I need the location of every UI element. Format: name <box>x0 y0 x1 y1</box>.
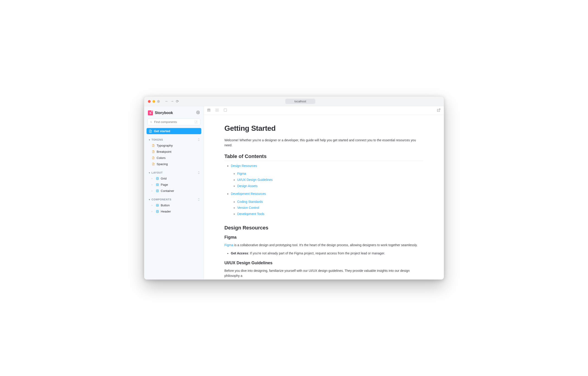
svg-rect-44 <box>224 109 227 112</box>
sidebar: S Storybook / Get started <box>144 106 204 279</box>
svg-point-40 <box>218 110 219 110</box>
guidelines-text: Before you dive into designing, familiar… <box>224 268 423 278</box>
figma-access-label: Get Access <box>231 251 248 255</box>
toc-link-assets[interactable]: Design Assets <box>237 184 258 188</box>
document-icon <box>149 130 152 133</box>
document-icon <box>152 163 155 166</box>
toc-list: Design Resources Figma UI/UX Design Guid… <box>231 163 423 217</box>
chevron-right-icon: › <box>152 177 154 180</box>
chevron-right-icon: › <box>152 210 154 213</box>
section-head-layout[interactable]: ▾ LAYOUT <box>147 170 201 175</box>
sidebar-item-colors[interactable]: Colors <box>147 155 201 161</box>
section-head-tokens[interactable]: ▾ TOKENS <box>147 137 201 142</box>
browser-chrome: ← → ⟳ localhost <box>144 97 444 106</box>
gear-icon <box>196 111 200 114</box>
sort-icon[interactable] <box>198 198 200 201</box>
sort-icon[interactable] <box>198 171 200 174</box>
sidebar-item-container[interactable]: › Container <box>147 188 201 194</box>
reload-button[interactable]: ⟳ <box>176 99 179 104</box>
svg-point-39 <box>217 110 217 110</box>
chevron-right-icon: › <box>152 183 154 186</box>
grid-button[interactable] <box>215 108 219 113</box>
sidebar-item-label: Colors <box>157 156 166 160</box>
sidebar-item-header[interactable]: › Header <box>147 208 201 215</box>
address-bar[interactable]: localhost <box>285 99 315 104</box>
svg-point-37 <box>218 109 219 109</box>
chevron-down-icon: ▾ <box>149 138 150 141</box>
storybook-logo-icon: S <box>148 110 153 115</box>
sidebar-item-label: Typography <box>157 144 173 147</box>
sidebar-item-typography[interactable]: Typography <box>147 142 201 149</box>
open-external-button[interactable] <box>437 109 441 113</box>
svg-point-38 <box>216 110 216 110</box>
sidebar-item-breakpoint[interactable]: Breakpoint <box>147 149 201 155</box>
figma-paragraph: Figma is a collaborative design and prot… <box>224 242 423 248</box>
intro-text: Welcome! Whether you're a designer or a … <box>224 138 423 148</box>
component-icon <box>156 210 159 213</box>
sidebar-item-label: Container <box>161 189 174 193</box>
component-icon <box>156 177 159 180</box>
sidebar-item-label: Get started <box>154 129 170 133</box>
chevron-right-icon: › <box>152 204 154 207</box>
window-zoom-icon[interactable] <box>157 100 160 103</box>
toc-link-coding[interactable]: Coding Standards <box>237 200 263 204</box>
svg-point-41 <box>216 111 216 111</box>
traffic-lights <box>148 100 160 103</box>
svg-point-1 <box>150 121 152 123</box>
document-icon <box>152 144 155 147</box>
document-icon <box>152 157 155 160</box>
search-input[interactable] <box>154 120 193 124</box>
chevron-right-icon: › <box>152 190 154 192</box>
component-icon <box>156 189 159 193</box>
chevron-down-icon: ▾ <box>149 198 150 201</box>
main: Getting Started Welcome! Whether you're … <box>204 106 444 279</box>
toc-link-design-resources[interactable]: Design Resources <box>231 164 257 168</box>
outline-icon <box>223 108 227 112</box>
external-link-icon <box>437 108 441 112</box>
toc-link-tools[interactable]: Development Tools <box>237 212 264 216</box>
svg-point-0 <box>198 112 199 113</box>
guidelines-heading: UI/UX Design Guidelines <box>224 261 423 265</box>
figma-access-text: : If you're not already part of the Figm… <box>248 251 385 255</box>
sidebar-item-grid[interactable]: › Grid <box>147 175 201 182</box>
document-icon <box>152 150 155 153</box>
component-icon <box>156 183 159 186</box>
toc-link-figma[interactable]: Figma <box>237 172 246 175</box>
sidebar-item-label: Grid <box>161 177 167 180</box>
svg-point-43 <box>218 111 219 111</box>
sidebar-item-label: Spacing <box>157 162 168 166</box>
forward-button[interactable]: → <box>170 99 174 104</box>
search-field[interactable]: / <box>147 119 200 125</box>
doc-content: Getting Started Welcome! Whether you're … <box>204 115 444 279</box>
section-head-components[interactable]: ▾ COMPONENTS <box>147 197 201 202</box>
sort-icon[interactable] <box>198 138 200 141</box>
sidebar-item-button[interactable]: › Button <box>147 202 201 208</box>
browser-window: ← → ⟳ localhost S Storybook / <box>144 96 444 280</box>
window-minimize-icon[interactable] <box>153 100 155 103</box>
toc-link-dev-resources[interactable]: Development Resources <box>231 192 266 196</box>
nav-arrows: ← → ⟳ <box>165 99 179 104</box>
svg-rect-34 <box>208 110 210 111</box>
section-title: LAYOUT <box>152 171 163 174</box>
ruler-button[interactable] <box>207 108 211 113</box>
window-close-icon[interactable] <box>148 100 151 103</box>
svg-line-2 <box>152 122 152 123</box>
sidebar-item-get-started[interactable]: Get started <box>147 128 201 134</box>
sidebar-item-spacing[interactable]: Spacing <box>147 161 201 167</box>
chevron-down-icon: ▾ <box>149 171 150 174</box>
grid-icon <box>215 108 219 112</box>
sidebar-item-label: Button <box>161 204 170 207</box>
outline-button[interactable] <box>223 108 227 113</box>
svg-point-35 <box>216 109 216 109</box>
figma-access-item: Get Access: If you're not already part o… <box>231 250 423 256</box>
page-title: Getting Started <box>224 124 423 133</box>
settings-button[interactable] <box>196 111 200 115</box>
toc-link-version[interactable]: Version Control <box>237 206 259 209</box>
back-button[interactable]: ← <box>165 99 168 104</box>
toc-link-guidelines[interactable]: UI/UX Design Guidelines <box>237 178 273 182</box>
figma-link[interactable]: Figma <box>224 243 233 247</box>
svg-point-36 <box>217 109 217 109</box>
toc-heading: Table of Contents <box>224 153 423 161</box>
sidebar-item-page[interactable]: › Page <box>147 182 201 188</box>
search-hotkey-badge: / <box>194 120 198 124</box>
